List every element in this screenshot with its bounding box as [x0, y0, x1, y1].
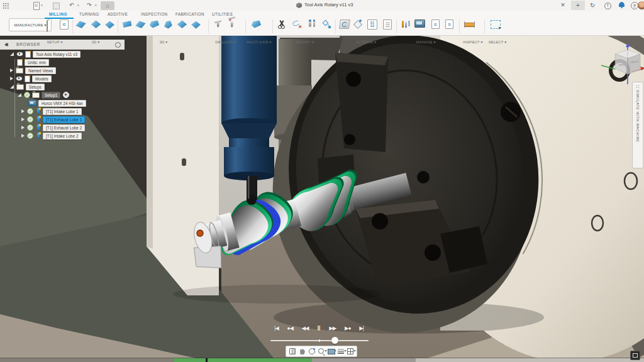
pause-button[interactable]: ‖	[317, 324, 320, 332]
tree-row-models[interactable]: Models	[10, 75, 52, 82]
tree-row-op-exhaust2[interactable]: ✓ [T1] Exhaust Lobe 2	[21, 124, 85, 131]
simulation-timeline-slider[interactable]	[270, 340, 369, 341]
machine-library-icon[interactable]	[414, 19, 425, 28]
expand-caret-icon[interactable]	[21, 118, 25, 121]
sync-icon[interactable]: ↻	[590, 1, 595, 9]
visibility-eye-icon[interactable]	[16, 76, 23, 81]
new-tab-button[interactable]: +	[571, 1, 585, 10]
pan-icon[interactable]	[299, 348, 306, 354]
clock-icon[interactable]	[604, 3, 611, 9]
tree-row-named-views[interactable]: Named Views	[10, 67, 56, 74]
notification-bell-icon[interactable]	[619, 2, 625, 7]
tree-row-setups[interactable]: Setups	[10, 83, 45, 90]
2d-face-icon[interactable]	[104, 19, 115, 30]
tree-label[interactable]: Models	[32, 75, 52, 82]
expand-caret-icon[interactable]	[10, 69, 13, 72]
tree-label-selected[interactable]: [T1] Exhaust Lobe 1	[43, 116, 85, 123]
setup-sheet-icon[interactable]	[383, 19, 392, 30]
3d-adaptive-clearing-icon[interactable]	[121, 19, 132, 30]
tree-row-units[interactable]: Units: mm	[17, 58, 49, 66]
group-label-modify[interactable]: MODIFY ▾	[296, 40, 314, 44]
group-label-select[interactable]: SELECT ▾	[489, 40, 507, 44]
hole-recognition-icon[interactable]	[227, 19, 236, 29]
2d-adaptive-icon[interactable]	[75, 19, 86, 30]
step-forward-button[interactable]: ▶▶	[329, 325, 336, 331]
group-label-actions[interactable]: ACTIONS ▾	[356, 40, 376, 44]
next-operation-button[interactable]: ▶●	[345, 325, 351, 331]
home-button[interactable]: ⌂	[101, 1, 114, 10]
3d-spiral-icon[interactable]	[191, 19, 201, 30]
redo-icon[interactable]: ↷	[87, 1, 92, 9]
tree-row-setup1[interactable]: ✓ Setup1	[18, 91, 69, 99]
group-label-2d[interactable]: 2D ▾	[92, 40, 100, 44]
tree-label[interactable]: Tool Axis Rotary v11 v3	[33, 51, 80, 58]
tab-additive[interactable]: ADDITIVE	[108, 12, 128, 16]
tree-label[interactable]: Units: mm	[25, 59, 49, 66]
app-grid-icon[interactable]	[3, 3, 9, 9]
viewport-grid-icon[interactable]	[347, 348, 353, 354]
visibility-eye-icon[interactable]	[16, 52, 23, 57]
group-label-inspect[interactable]: INSPECT ▾	[463, 40, 482, 44]
simulate-with-machine-tab[interactable]: SIMULATE WITH MACHINE	[632, 82, 643, 168]
tool-library-icon[interactable]	[401, 19, 410, 29]
post-library-icon[interactable]: G	[431, 19, 440, 29]
tree-label[interactable]: Setups	[26, 84, 45, 90]
select-icon[interactable]	[491, 20, 501, 29]
measure-icon[interactable]	[464, 23, 475, 27]
expand-caret-icon[interactable]	[10, 85, 14, 89]
tree-row-document[interactable]: Tool Axis Rotary v11 v3	[10, 50, 80, 58]
tab-inspection[interactable]: INSPECTION	[141, 12, 168, 16]
expand-caret-icon[interactable]	[21, 126, 25, 129]
simulate-icon[interactable]	[339, 19, 350, 29]
tab-milling[interactable]: MILLING	[49, 12, 67, 16]
tree-label[interactable]: [T1] Intake Lobe 2	[43, 133, 82, 140]
close-tab-icon[interactable]: ✕	[560, 1, 566, 9]
chevron-down-icon[interactable]	[353, 350, 356, 352]
tab-turning[interactable]: TURNING	[79, 12, 99, 16]
active-setup-radio-icon[interactable]	[63, 92, 69, 98]
tree-label[interactable]: Hurco VMX 24 HSi 4ax	[38, 100, 86, 107]
nc-program-icon[interactable]: G1 G2	[367, 19, 377, 30]
group-label-manage[interactable]: MANAGE ▾	[416, 40, 435, 44]
delete-passes-icon[interactable]	[292, 19, 302, 29]
trim-toolpath-icon[interactable]	[277, 19, 286, 29]
group-label-3d[interactable]: 3D ▾	[160, 40, 168, 44]
tree-row-machine[interactable]: Hurco VMX 24 HSi 4ax	[28, 99, 86, 107]
tree-row-op-intake1[interactable]: ✓ [T1] Intake Lobe 1	[21, 107, 82, 115]
group-label-multiaxis[interactable]: MULTI-AXIS ▾	[247, 40, 271, 44]
3d-scallop-icon[interactable]	[177, 19, 187, 30]
tree-label[interactable]: Setup1	[42, 92, 60, 99]
3d-parallel-icon[interactable]	[163, 19, 174, 30]
expand-caret-icon[interactable]	[21, 109, 25, 113]
tab-fabrication[interactable]: FABRICATION	[175, 12, 204, 16]
tool-change-icon[interactable]	[308, 19, 317, 29]
post-action-icon[interactable]	[353, 19, 362, 28]
undo-icon[interactable]: ↶	[69, 1, 74, 9]
gear-icon[interactable]	[115, 42, 121, 48]
tree-row-op-intake2[interactable]: ✓ [T1] Intake Lobe 2	[21, 132, 82, 140]
keyframe-icon[interactable]	[289, 348, 296, 354]
3d-viewport[interactable]: LEFT FRONT	[0, 0, 644, 362]
step-back-button[interactable]: ◀◀	[302, 325, 309, 331]
expand-caret-icon[interactable]	[10, 77, 13, 80]
timeline-handle[interactable]	[331, 337, 338, 344]
workspace-selector[interactable]: MANUFACTURE ▾	[9, 18, 52, 31]
tree-label[interactable]: Named Views	[25, 67, 56, 74]
tree-label[interactable]: [T1] Exhaust Lobe 2	[43, 124, 85, 131]
3d-pocket-clearing-icon[interactable]	[135, 19, 146, 30]
video-progress-strip[interactable]	[0, 358, 644, 362]
tree-row-op-exhaust1-selected[interactable]: ✓ [T1] Exhaust Lobe 1	[21, 116, 85, 123]
collapse-panel-icon[interactable]	[4, 43, 7, 47]
go-to-start-button[interactable]: |◀	[274, 325, 279, 331]
template-library-icon[interactable]: S	[445, 19, 453, 29]
expand-caret-icon[interactable]	[21, 134, 25, 138]
3d-steep-shallow-icon[interactable]	[149, 19, 160, 30]
previous-operation-button[interactable]: ●◀	[287, 325, 293, 331]
link-edit-icon[interactable]	[322, 19, 331, 29]
user-avatar[interactable]	[638, 1, 644, 9]
group-label-drilling[interactable]: DRILLING ▾	[215, 40, 236, 44]
post-process-icon[interactable]: G	[60, 19, 69, 30]
zoom-icon[interactable]	[318, 348, 324, 354]
expand-caret-icon[interactable]	[10, 52, 14, 56]
tab-utilities[interactable]: UTILITIES	[212, 12, 233, 16]
